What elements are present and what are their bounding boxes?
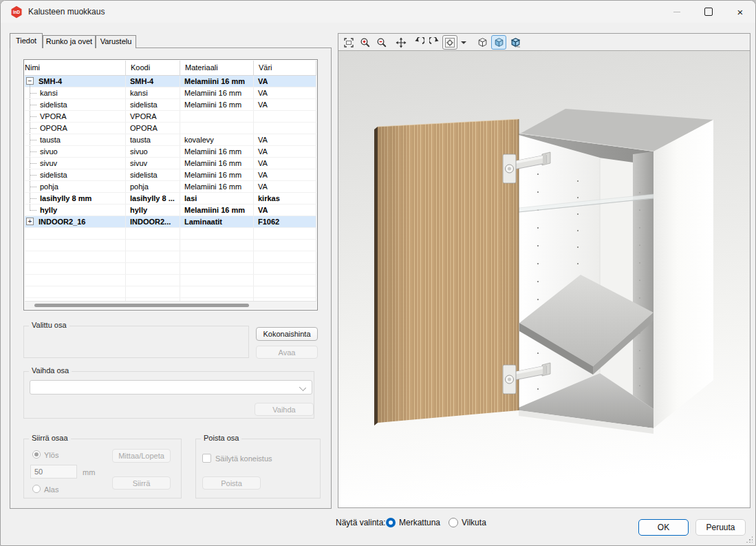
cell-koodi: VPORA — [126, 111, 180, 122]
radio-blink-label[interactable]: Vilkuta — [462, 518, 486, 527]
part-name: VPORA — [40, 111, 67, 122]
radio-marked[interactable] — [386, 518, 396, 527]
column-header-materiaali[interactable]: Materiaali — [180, 61, 254, 75]
cell-vari — [254, 111, 316, 122]
table-row-empty — [25, 228, 316, 240]
delete-part-group-label: Poista osa — [201, 434, 241, 442]
table-row-empty — [25, 263, 316, 275]
radio-up[interactable] — [32, 450, 41, 459]
radio-down[interactable] — [32, 485, 41, 493]
horizontal-scrollbar[interactable] — [25, 301, 316, 309]
ok-button[interactable]: OK — [638, 519, 689, 536]
cell-nimi: −SMH-4 — [25, 76, 126, 87]
cell-nimi: tausta — [25, 134, 126, 145]
part-name: kansi — [40, 87, 58, 98]
cell-vari — [254, 123, 316, 134]
cell-koodi: sivuo — [126, 146, 180, 157]
cell-vari: VA — [254, 169, 316, 180]
center-view-dropdown-icon[interactable] — [459, 35, 468, 50]
fit-view-icon[interactable] — [341, 35, 356, 50]
radio-up-label: Ylös — [44, 451, 58, 459]
column-header-koodi[interactable]: Koodi — [126, 61, 180, 75]
collapse-icon[interactable]: − — [26, 77, 34, 85]
cancel-button[interactable]: Peruuta — [695, 519, 746, 536]
column-header-nimi[interactable]: Nimi — [25, 61, 126, 75]
table-row[interactable]: lasihylly 8 mmlasihylly 8 ...lasikirkas — [25, 193, 316, 204]
center-view-icon[interactable] — [442, 35, 457, 50]
render-solid-edges-icon[interactable] — [508, 35, 523, 50]
table-header: Nimi Koodi Materiaali Väri — [25, 61, 316, 76]
render-solid-icon[interactable] — [491, 35, 506, 50]
viewer-toolbar — [338, 34, 750, 51]
cell-koodi: lasihylly 8 ... — [126, 193, 180, 204]
window-title: Kalusteen muokkaus — [28, 7, 105, 17]
zoom-out-icon[interactable] — [374, 35, 389, 50]
minimize-button[interactable] — [661, 1, 693, 23]
cabinet-right-face — [654, 120, 713, 428]
cell-koodi: tausta — [126, 134, 180, 145]
part-name: sivuo — [40, 146, 58, 157]
cell-materiaali: Melamiini 16 mm — [180, 146, 254, 157]
rotate-cw-icon[interactable] — [427, 35, 442, 50]
measure-stop-button[interactable]: Mittaa/Lopeta — [112, 449, 171, 463]
zoom-in-icon[interactable] — [358, 35, 373, 50]
move-button[interactable]: Siirrä — [112, 476, 171, 490]
rotate-ccw-icon[interactable] — [411, 35, 426, 50]
cell-vari: VA — [254, 146, 316, 157]
dialog-window: InD Kalusteen muokkaus × Tiedot Runko ja… — [0, 0, 756, 546]
radio-blink[interactable] — [449, 518, 458, 527]
tab-varustelu[interactable]: Varustelu — [96, 35, 136, 48]
cell-materiaali: Melamiini 16 mm — [180, 99, 254, 110]
tab-tiedot[interactable]: Tiedot — [10, 33, 43, 48]
table-row[interactable]: −SMH-4SMH-4Melamiini 16 mmVA — [25, 76, 316, 87]
cell-nimi: hylly — [25, 204, 126, 216]
table-row[interactable]: +INDOOR2_16INDOOR2...LaminaatitF1062 — [25, 216, 316, 228]
column-header-vari[interactable]: Väri — [254, 61, 316, 75]
parts-table: Nimi Koodi Materiaali Väri −SMH-4SMH-4Me… — [23, 59, 318, 311]
cell-vari: VA — [254, 204, 316, 216]
table-row[interactable]: taustataustakovalevyVA — [25, 134, 316, 146]
cell-nimi: sivuo — [25, 146, 126, 157]
selected-part-group: Valittu osa — [23, 326, 249, 358]
tab-runko-ja-ovet[interactable]: Runko ja ovet — [43, 35, 96, 48]
replace-part-combobox[interactable] — [30, 380, 312, 395]
cell-koodi: kansi — [126, 87, 180, 98]
cell-vari: kirkas — [254, 193, 316, 204]
total-price-button[interactable]: Kokonaishinta — [256, 327, 318, 341]
distance-input[interactable] — [30, 465, 77, 479]
table-row[interactable]: pohjapohjaMelamiini 16 mmVA — [25, 181, 316, 193]
table-row[interactable]: sidelistasidelistaMelamiini 16 mmVA — [25, 169, 316, 181]
expand-icon[interactable]: + — [26, 218, 34, 225]
table-row[interactable]: sidelistasidelistaMelamiini 16 mmVA — [25, 99, 316, 111]
replace-button[interactable]: Vaihda — [255, 403, 314, 416]
open-button[interactable]: Avaa — [256, 346, 318, 359]
scrollbar-thumb[interactable] — [34, 304, 249, 307]
table-row[interactable]: VPORAVPORA — [25, 111, 316, 123]
table-row[interactable]: sivuvsivuvMelamiini 16 mmVA — [25, 158, 316, 169]
cell-vari: VA — [254, 158, 316, 169]
delete-button[interactable]: Poista — [202, 476, 261, 490]
app-icon: InD — [10, 6, 23, 19]
cell-materiaali: kovalevy — [180, 134, 254, 145]
cell-nimi: sidelista — [25, 169, 126, 180]
replace-part-group-label: Vaihda osa — [29, 366, 72, 375]
render-wireframe-icon[interactable] — [475, 35, 490, 50]
radio-marked-label[interactable]: Merkattuna — [399, 518, 440, 527]
maximize-button[interactable] — [693, 1, 724, 23]
cell-materiaali: lasi — [180, 193, 254, 204]
pan-icon[interactable] — [393, 35, 409, 50]
resize-grip[interactable] — [746, 536, 753, 543]
part-name: SMH-4 — [39, 76, 62, 87]
cell-vari: VA — [254, 99, 316, 110]
viewer-3d-canvas[interactable] — [338, 51, 750, 507]
cell-nimi: +INDOOR2_16 — [25, 216, 126, 227]
table-row[interactable]: hyllyhyllyMelamiini 16 mmVA — [25, 204, 316, 216]
part-name: sidelista — [40, 99, 67, 110]
radio-down-label: Alas — [44, 485, 58, 494]
table-row[interactable]: sivuosivuoMelamiini 16 mmVA — [25, 146, 316, 158]
keep-machining-checkbox[interactable] — [202, 454, 211, 463]
table-row[interactable]: OPORAOPORA — [25, 123, 316, 134]
close-button[interactable]: × — [724, 1, 756, 23]
table-row[interactable]: kansikansiMelamiini 16 mmVA — [25, 87, 316, 99]
title-bar: InD Kalusteen muokkaus × — [1, 1, 755, 23]
